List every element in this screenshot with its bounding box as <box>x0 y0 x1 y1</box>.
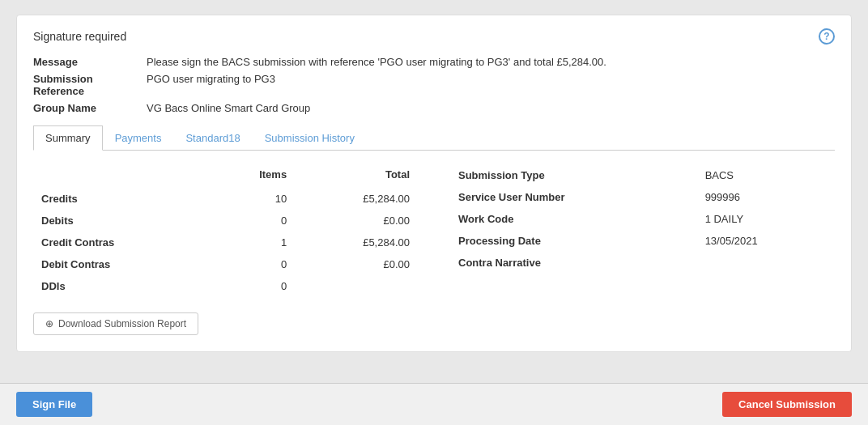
row-total: £0.00 <box>295 210 416 231</box>
row-label: Debit Contras <box>35 254 210 274</box>
row-label: DDIs <box>35 276 210 296</box>
message-value: Please sign the BACS submission with ref… <box>147 56 835 68</box>
download-label: Download Submission Report <box>58 318 186 329</box>
table-row: Debits 0 £0.00 <box>35 210 416 231</box>
table-row: Debit Contras 0 £0.00 <box>35 254 416 274</box>
sign-file-button[interactable]: Sign File <box>16 392 92 417</box>
tab-submission-history[interactable]: Submission History <box>253 125 367 151</box>
right-info-label: Work Code <box>452 209 697 229</box>
table-row: Credit Contras 1 £5,284.00 <box>35 232 416 253</box>
row-items: 0 <box>211 276 293 296</box>
submission-ref-value: PGO user migrating to PG3 <box>147 73 835 97</box>
col-name-header <box>35 165 210 187</box>
group-name-label: Group Name <box>33 102 147 114</box>
tab-standard18[interactable]: Standard18 <box>173 125 252 151</box>
download-icon: ⊕ <box>45 318 53 329</box>
help-icon[interactable]: ? <box>819 28 835 45</box>
col-items-header: Items <box>211 165 293 187</box>
tabs-container: Summary Payments Standard18 Submission H… <box>33 125 835 151</box>
table-row: DDIs 0 <box>35 276 416 296</box>
row-total: £0.00 <box>295 254 416 274</box>
submission-ref-label: Submission Reference <box>33 73 147 97</box>
right-info-value: BACS <box>699 165 833 185</box>
right-info-label: Submission Type <box>452 165 697 185</box>
info-section: Message Please sign the BACS submission … <box>33 56 835 114</box>
summary-table: Items Total Credits 10 £5,284.00 Debits … <box>33 164 418 298</box>
right-info-value <box>699 253 833 273</box>
row-items: 0 <box>211 210 293 231</box>
right-info-label: Service User Number <box>452 187 697 207</box>
card-title: Signature required <box>33 30 126 43</box>
download-submission-report-button[interactable]: ⊕ Download Submission Report <box>33 312 198 335</box>
cancel-submission-button[interactable]: Cancel Submission <box>722 392 852 417</box>
row-total <box>295 276 416 296</box>
right-info-row: Submission Type BACS <box>452 165 833 185</box>
right-info-table: Submission Type BACS Service User Number… <box>450 164 835 274</box>
row-items: 1 <box>211 232 293 253</box>
right-info-row: Contra Narrative <box>452 253 833 273</box>
tab-payments[interactable]: Payments <box>103 125 174 151</box>
footer-bar: Sign File Cancel Submission <box>0 383 868 425</box>
right-info-label: Contra Narrative <box>452 253 697 273</box>
table-row: Credits 10 £5,284.00 <box>35 189 416 209</box>
right-info-row: Processing Date 13/05/2021 <box>452 231 833 251</box>
right-info-label: Processing Date <box>452 231 697 251</box>
right-info-row: Service User Number 999996 <box>452 187 833 207</box>
summary-content: Items Total Credits 10 £5,284.00 Debits … <box>33 164 835 335</box>
row-label: Credit Contras <box>35 232 210 253</box>
message-label: Message <box>33 56 147 68</box>
col-total-header: Total <box>295 165 416 187</box>
tab-summary[interactable]: Summary <box>33 125 103 151</box>
right-info-value: 999996 <box>699 187 833 207</box>
row-items: 10 <box>211 189 293 209</box>
right-info-row: Work Code 1 DAILY <box>452 209 833 229</box>
row-label: Debits <box>35 210 210 231</box>
group-name-value: VG Bacs Online Smart Card Group <box>147 102 835 114</box>
row-items: 0 <box>211 254 293 274</box>
row-label: Credits <box>35 189 210 209</box>
right-info-value: 13/05/2021 <box>699 231 833 251</box>
right-section: Submission Type BACS Service User Number… <box>450 164 835 335</box>
row-total: £5,284.00 <box>295 232 416 253</box>
row-total: £5,284.00 <box>295 189 416 209</box>
right-info-value: 1 DAILY <box>699 209 833 229</box>
left-section: Items Total Credits 10 £5,284.00 Debits … <box>33 164 418 335</box>
